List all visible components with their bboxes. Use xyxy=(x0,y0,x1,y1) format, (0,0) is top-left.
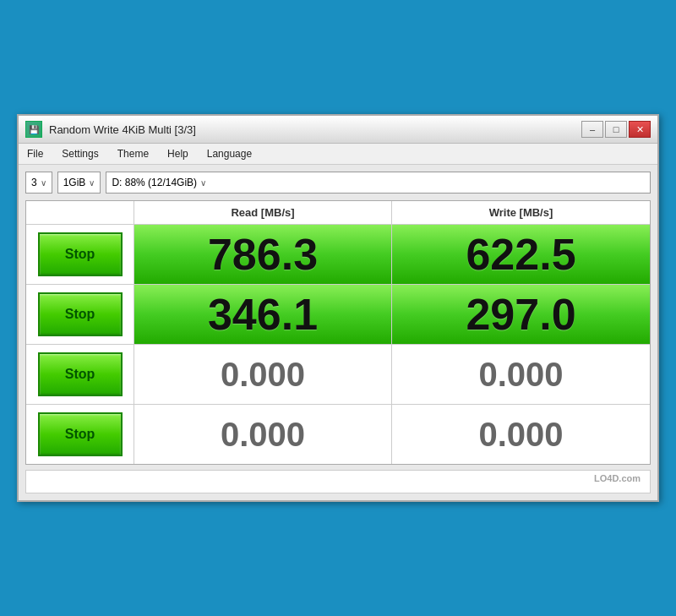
stop-button-3[interactable]: Stop xyxy=(38,352,123,396)
drive-arrow: ∨ xyxy=(200,178,206,188)
table-row: Stop 0.000 0.000 xyxy=(26,345,650,405)
stop-cell-4: Stop xyxy=(26,405,134,464)
content-area: 3 ∨ 1GiB ∨ D: 88% (12/14GiB) ∨ Read [MB/… xyxy=(19,165,657,500)
queue-value: 3 xyxy=(31,177,37,188)
menu-settings[interactable]: Settings xyxy=(58,146,101,161)
main-window: 💾 Random Write 4KiB Multi [3/3] – □ ✕ Fi… xyxy=(17,114,659,502)
title-bar: 💾 Random Write 4KiB Multi [3/3] – □ ✕ xyxy=(19,116,657,144)
read-value-4: 0.000 xyxy=(134,405,392,464)
close-button[interactable]: ✕ xyxy=(629,121,651,138)
watermark: LO4D.com xyxy=(594,473,641,483)
menu-language[interactable]: Language xyxy=(204,146,255,161)
col2-header: Read [MB/s] xyxy=(134,201,392,224)
data-grid: Read [MB/s] Write [MB/s] Stop 786.3 622.… xyxy=(25,200,651,465)
minimize-button[interactable]: – xyxy=(581,121,603,138)
write-value-4: 0.000 xyxy=(392,405,650,464)
size-select[interactable]: 1GiB ∨ xyxy=(57,172,101,194)
window-title: Random Write 4KiB Multi [3/3] xyxy=(49,123,575,136)
read-value-2: 346.1 xyxy=(134,285,392,344)
read-value-3: 0.000 xyxy=(134,345,392,404)
app-icon: 💾 xyxy=(25,121,42,138)
stop-cell-2: Stop xyxy=(26,285,134,344)
size-value: 1GiB xyxy=(63,177,86,188)
stop-cell-1: Stop xyxy=(26,225,134,284)
write-value-1: 622.5 xyxy=(392,225,650,284)
table-row: Stop 346.1 297.0 xyxy=(26,285,650,345)
queue-select[interactable]: 3 ∨ xyxy=(25,172,52,194)
grid-header: Read [MB/s] Write [MB/s] xyxy=(26,201,650,225)
menu-theme[interactable]: Theme xyxy=(114,146,152,161)
drive-select[interactable]: D: 88% (12/14GiB) ∨ xyxy=(106,172,651,194)
drive-value: D: 88% (12/14GiB) xyxy=(112,177,197,188)
stop-button-1[interactable]: Stop xyxy=(38,232,123,276)
menu-file[interactable]: File xyxy=(24,146,46,161)
stop-cell-3: Stop xyxy=(26,345,134,404)
table-row: Stop 786.3 622.5 xyxy=(26,225,650,285)
menu-help[interactable]: Help xyxy=(164,146,192,161)
table-row: Stop 0.000 0.000 xyxy=(26,405,650,464)
maximize-button[interactable]: □ xyxy=(605,121,627,138)
status-bar xyxy=(25,470,651,493)
stop-button-2[interactable]: Stop xyxy=(38,292,123,336)
menubar: File Settings Theme Help Language xyxy=(19,144,657,165)
write-value-3: 0.000 xyxy=(392,345,650,404)
queue-arrow: ∨ xyxy=(41,178,46,188)
toolbar-row: 3 ∨ 1GiB ∨ D: 88% (12/14GiB) ∨ xyxy=(25,172,651,194)
read-value-1: 786.3 xyxy=(134,225,392,284)
window-controls: – □ ✕ xyxy=(581,121,651,138)
col3-header: Write [MB/s] xyxy=(392,201,650,224)
col1-header xyxy=(26,201,134,224)
write-value-2: 297.0 xyxy=(392,285,650,344)
stop-button-4[interactable]: Stop xyxy=(38,412,123,456)
size-arrow: ∨ xyxy=(89,178,95,188)
